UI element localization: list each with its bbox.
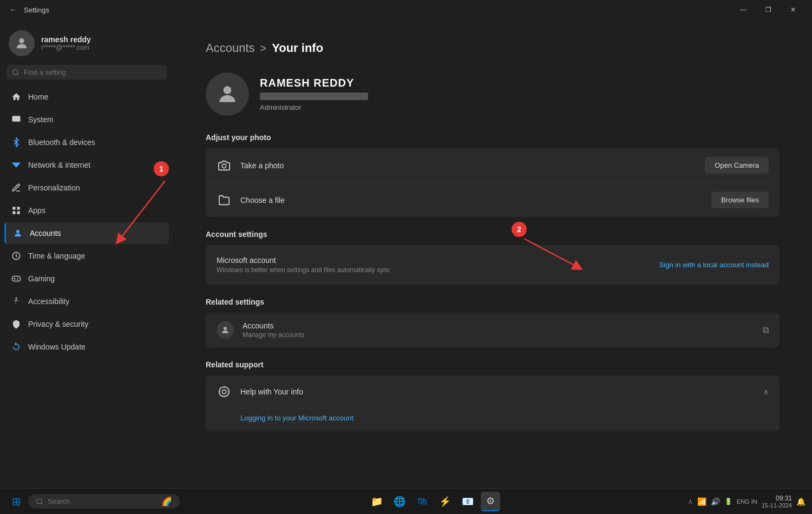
svg-point-19 xyxy=(37,498,42,503)
sidebar-item-personalization[interactable]: Personalization xyxy=(4,177,169,199)
minimize-button[interactable]: — xyxy=(731,1,756,18)
svg-rect-3 xyxy=(12,116,21,122)
account-settings-title: Account settings xyxy=(206,230,780,239)
sidebar-item-network[interactable]: Network & internet xyxy=(4,154,169,176)
sidebar-item-gaming[interactable]: Gaming xyxy=(4,268,169,289)
volume-icon: 🔊 xyxy=(711,497,720,506)
choose-file-row: Choose a file Browse files xyxy=(206,182,780,217)
help-row[interactable]: Help with Your info ∧ xyxy=(206,375,780,408)
privacy-icon xyxy=(11,319,22,330)
search-input[interactable] xyxy=(24,68,161,76)
main-content: Accounts > Your info RAMESH REDDY Admini… xyxy=(173,19,812,488)
notification-bell[interactable]: 🔔 xyxy=(796,497,806,506)
taskbar-search-icon xyxy=(36,498,43,505)
sidebar-item-accessibility[interactable]: Accessibility xyxy=(4,291,169,312)
sidebar-item-privacy[interactable]: Privacy & security xyxy=(4,313,169,335)
account-info: Microsoft account Windows is better when… xyxy=(217,256,651,274)
sign-in-local-link[interactable]: Sign in with a local account instead xyxy=(659,261,769,269)
svg-line-2 xyxy=(17,74,19,75)
titlebar: ← Settings — ❐ ✕ xyxy=(0,0,812,19)
take-photo-row: Take a photo Open Camera xyxy=(206,148,780,182)
taskbar-edge[interactable]: 🌐 xyxy=(390,492,409,511)
microsoft-title: Microsoft account xyxy=(217,256,651,265)
language-indicator: ENG IN xyxy=(737,498,757,505)
related-settings-title: Related settings xyxy=(206,298,780,306)
svg-rect-7 xyxy=(17,212,20,214)
login-link[interactable]: Logging in to your Microsoft account xyxy=(240,414,353,422)
start-button[interactable]: ⊞ xyxy=(6,492,26,511)
support-links: Logging in to your Microsoft account xyxy=(206,408,780,431)
clock: 09:31 15-11-2024 xyxy=(762,495,792,509)
account-settings-section: Account settings Microsoft account Windo… xyxy=(206,230,780,285)
folder-icon xyxy=(217,193,232,208)
breadcrumb-parent[interactable]: Accounts xyxy=(206,41,255,55)
photo-options-card: Take a photo Open Camera Choose a file B… xyxy=(206,148,780,217)
sidebar-item-label: Home xyxy=(28,93,48,101)
network-icon xyxy=(11,160,22,170)
sidebar-user[interactable]: ramesh reddy r*****@*****.com xyxy=(0,19,173,65)
profile-role: Administrator xyxy=(260,103,368,111)
close-button[interactable]: ✕ xyxy=(781,1,806,18)
bluetooth-icon xyxy=(11,137,22,148)
microsoft-desc: Windows is better when settings and file… xyxy=(217,266,651,274)
adjust-photo-section: Adjust your photo Take a photo Open Came… xyxy=(206,133,780,217)
sidebar: ramesh reddy r*****@*****.com Home Syste xyxy=(0,19,173,488)
tray-chevron[interactable]: ∧ xyxy=(688,498,693,505)
taskbar: ⊞ 🌈 📁 🌐 🛍 ⚡ 📧 ⚙ ∧ 📶 🔊 🔋 ENG IN 09:31 15-… xyxy=(0,488,812,514)
camera-icon xyxy=(217,158,232,173)
date-display: 15-11-2024 xyxy=(762,502,792,509)
sidebar-item-label: Accessibility xyxy=(28,297,69,306)
sidebar-item-apps[interactable]: Apps xyxy=(4,200,169,221)
sidebar-item-label: Windows Update xyxy=(28,342,86,351)
svg-point-12 xyxy=(224,86,232,94)
taskbar-dev[interactable]: ⚡ xyxy=(435,492,455,511)
taskbar-file-explorer[interactable]: 📁 xyxy=(367,492,387,511)
window-controls: — ❐ ✕ xyxy=(731,1,806,18)
wifi-icon: 📶 xyxy=(697,497,706,506)
svg-line-20 xyxy=(41,503,43,504)
svg-point-0 xyxy=(19,38,24,43)
taskbar-store[interactable]: 🛍 xyxy=(412,492,432,511)
choose-file-label: Choose a file xyxy=(240,196,703,205)
sidebar-item-home[interactable]: Home xyxy=(4,86,169,108)
sidebar-item-update[interactable]: Windows Update xyxy=(4,336,169,358)
take-photo-label: Take a photo xyxy=(240,161,696,170)
accessibility-icon xyxy=(11,296,22,307)
profile-details: RAMESH REDDY Administrator xyxy=(260,77,368,111)
accounts-related-title: Accounts xyxy=(243,321,754,330)
sidebar-item-time[interactable]: Time & language xyxy=(4,245,169,267)
profile-card: RAMESH REDDY Administrator xyxy=(206,73,780,116)
app-title: Settings xyxy=(24,6,726,14)
sidebar-item-accounts[interactable]: Accounts xyxy=(4,222,169,244)
sidebar-item-bluetooth[interactable]: Bluetooth & devices xyxy=(4,131,169,153)
user-info: ramesh reddy r*****@*****.com xyxy=(41,35,91,51)
search-box[interactable] xyxy=(6,65,167,80)
taskbar-search-input[interactable] xyxy=(48,497,157,505)
open-camera-button[interactable]: Open Camera xyxy=(705,157,769,174)
accounts-related-row[interactable]: Accounts Manage my accounts ⧉ xyxy=(206,313,780,347)
accounts-related-subtitle: Manage my accounts xyxy=(243,331,754,339)
svg-point-1 xyxy=(13,69,18,74)
accounts-icon xyxy=(12,228,23,239)
browse-files-button[interactable]: Browse files xyxy=(711,192,769,208)
svg-point-16 xyxy=(222,390,226,393)
maximize-button[interactable]: ❐ xyxy=(756,1,781,18)
sidebar-item-label: Network & internet xyxy=(28,161,90,169)
system-icon xyxy=(11,114,22,125)
svg-point-15 xyxy=(219,387,229,397)
cortana-icon: 🌈 xyxy=(161,496,172,506)
related-support-title: Related support xyxy=(206,360,780,369)
taskbar-settings-active[interactable]: ⚙ xyxy=(481,492,500,511)
breadcrumb: Accounts > Your info xyxy=(206,41,780,55)
back-button[interactable]: ← xyxy=(6,3,19,16)
time-icon xyxy=(11,251,22,261)
taskbar-apps: 📁 🌐 🛍 ⚡ 📧 ⚙ xyxy=(182,492,686,511)
help-icon xyxy=(217,384,232,399)
taskbar-search[interactable]: 🌈 xyxy=(28,494,180,509)
personalization-icon xyxy=(11,182,22,193)
sidebar-item-system[interactable]: System xyxy=(4,109,169,130)
sidebar-item-label: Personalization xyxy=(28,183,80,192)
home-icon xyxy=(11,91,22,102)
taskbar-outlook[interactable]: 📧 xyxy=(458,492,477,511)
svg-point-13 xyxy=(222,164,226,168)
